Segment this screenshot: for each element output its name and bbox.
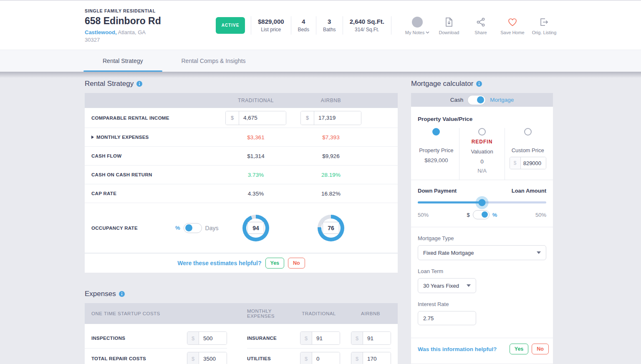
- info-icon[interactable]: [136, 81, 142, 87]
- stat-beds: 4 Beds: [291, 18, 316, 33]
- airbnb-occupancy-donut: [318, 215, 344, 241]
- option-property-price: Property Price $829,000: [414, 128, 459, 180]
- interest-rate-field: Interest Rate: [411, 301, 553, 325]
- utilities-traditional-input-group: $: [300, 352, 340, 364]
- table-row-cash-flow: CASH FLOW $1,314 $9,926: [85, 147, 398, 166]
- mortgage-label[interactable]: Mortgage: [490, 97, 514, 103]
- feedback-no-button[interactable]: No: [532, 344, 549, 354]
- custom-price-input[interactable]: [521, 157, 546, 169]
- feedback-yes-button[interactable]: Yes: [510, 344, 529, 354]
- table-row-monthly-expenses[interactable]: MONTHLY EXPENSES $3,361 $7,393: [85, 128, 398, 147]
- down-payment-slider[interactable]: [418, 201, 546, 203]
- down-payment-percent: 50%: [418, 212, 429, 218]
- table-row-occupancy-rate: OCCUPANCY RATE % Days: [85, 203, 398, 253]
- feedback-yes-button[interactable]: Yes: [265, 258, 285, 269]
- property-analysis-page: SINGLE FAMILY RESIDENTIAL 658 Edinboro R…: [0, 0, 641, 364]
- airbnb-income-input-group: $: [300, 111, 361, 125]
- utilities-airbnb-input[interactable]: [363, 352, 391, 364]
- property-price-radio[interactable]: [432, 128, 440, 136]
- loan-amount-percent: 50%: [535, 212, 546, 218]
- dollar-percent-toggle[interactable]: [473, 210, 490, 219]
- divider: [411, 227, 553, 227]
- toggle-knob: [185, 224, 192, 231]
- insurance-traditional-input[interactable]: [312, 332, 340, 344]
- expense-row-repair-costs: TOTAL REPAIR COSTS $: [85, 349, 227, 364]
- cash-mortgage-toggle[interactable]: [467, 95, 486, 105]
- download-button[interactable]: Download: [433, 16, 465, 35]
- tab-rental-strategy[interactable]: Rental Strategy: [83, 50, 162, 72]
- redfin-valuation-radio[interactable]: [478, 128, 486, 136]
- city-state: Atlanta, GA: [118, 29, 145, 35]
- custom-price-radio[interactable]: [524, 128, 532, 136]
- traditional-income-input-group: $: [225, 111, 286, 125]
- property-header: SINGLE FAMILY RESIDENTIAL 658 Edinboro R…: [0, 0, 641, 50]
- tab-rental-comps[interactable]: Rental Comps & Insights: [162, 50, 265, 72]
- expense-row-inspections: INSPECTIONS $: [85, 328, 227, 349]
- startup-costs-section: INSPECTIONS $ TOTAL REPAIR COSTS $: [85, 328, 227, 364]
- orig-listing-button[interactable]: Orig. Listing: [528, 16, 560, 35]
- expense-row-utilities: UTILITIES $ $: [247, 349, 391, 364]
- down-payment-slider-wrap: [411, 201, 553, 203]
- share-button[interactable]: Share: [465, 16, 497, 35]
- traditional-income-input[interactable]: [239, 111, 286, 125]
- property-location: Castlewood, Atlanta, GA: [85, 29, 210, 35]
- feedback-question: Was this information helpful?: [418, 346, 506, 352]
- occupancy-unit-toggle[interactable]: [184, 223, 202, 233]
- content-area: Rental Strategy TRADITIONAL AIRBNB COMPA…: [0, 72, 641, 364]
- external-link-icon: [539, 18, 549, 27]
- property-type: SINGLE FAMILY RESIDENTIAL: [85, 8, 210, 13]
- mortgage-calculator-column: Mortgage calculator Cash Mortgage Proper…: [411, 78, 553, 364]
- inspections-input[interactable]: [199, 332, 227, 344]
- cash-label[interactable]: Cash: [450, 97, 464, 103]
- stat-list-price: $829,000 List price: [251, 18, 291, 33]
- toggle-knob: [482, 211, 488, 218]
- info-icon[interactable]: [119, 291, 125, 297]
- tab-bar: Rental Strategy Rental Comps & Insights: [0, 50, 641, 72]
- dollar-percent-toggle-group: $ %: [467, 210, 497, 219]
- dollar-unit-label[interactable]: $: [467, 212, 470, 218]
- feedback-no-button[interactable]: No: [288, 258, 305, 269]
- mortgage-type-label: Mortgage Type: [418, 235, 546, 241]
- airbnb-occupancy-input[interactable]: [323, 222, 339, 234]
- traditional-occupancy-donut: [242, 215, 269, 241]
- slider-handle[interactable]: [479, 199, 486, 206]
- interest-rate-input[interactable]: [418, 311, 476, 325]
- mortgage-type-select[interactable]: Fixed Rate Mortgage: [418, 245, 546, 260]
- loan-term-label: Loan Term: [418, 268, 546, 274]
- loan-term-select[interactable]: 30 Years Fixed: [418, 278, 476, 293]
- chevron-down-icon: [467, 284, 471, 287]
- header-actions: My Notes Download: [401, 16, 560, 35]
- neighborhood-link[interactable]: Castlewood,: [85, 29, 117, 35]
- info-icon[interactable]: [476, 81, 482, 87]
- traditional-occupancy-input[interactable]: [247, 222, 264, 234]
- status-badge: ACTIVE: [216, 17, 245, 34]
- days-unit-label[interactable]: Days: [205, 225, 219, 231]
- column-airbnb: AIRBNB: [350, 311, 391, 316]
- utilities-traditional-input[interactable]: [312, 352, 340, 364]
- expenses-table: ONE TIME STARTUP COSTS MONTHLY EXPENSES …: [85, 303, 398, 364]
- mortgage-calculator-card: Cash Mortgage Property Value/Price Prope…: [411, 93, 553, 364]
- inspections-input-group: $: [187, 331, 227, 345]
- monthly-expenses-header: MONTHLY EXPENSES: [247, 309, 298, 319]
- rental-strategy-title: Rental Strategy: [85, 78, 398, 89]
- my-notes-button[interactable]: My Notes: [401, 16, 433, 35]
- column-traditional: TRADITIONAL: [218, 98, 293, 103]
- estimates-feedback: Were these estimates helpful? Yes No: [85, 253, 398, 273]
- table-row-cash-on-cash: CASH ON CASH RETURN 3.73% 28.19%: [85, 166, 398, 184]
- airbnb-income-input[interactable]: [314, 111, 361, 125]
- currency-prefix: $: [301, 111, 314, 125]
- expenses-table-header: ONE TIME STARTUP COSTS MONTHLY EXPENSES …: [85, 303, 398, 324]
- stat-baths: 3 Baths: [316, 18, 343, 33]
- repair-costs-input[interactable]: [199, 352, 227, 364]
- column-traditional: TRADITIONAL: [298, 311, 339, 316]
- insurance-airbnb-input[interactable]: [363, 332, 391, 344]
- chevron-down-icon: [426, 31, 429, 34]
- expand-caret-icon[interactable]: [91, 136, 94, 139]
- custom-price-input-group: $: [510, 157, 546, 169]
- save-home-button[interactable]: Save Home: [497, 16, 528, 35]
- insurance-airbnb-input-group: $: [351, 331, 391, 345]
- percent-unit-label[interactable]: %: [492, 212, 497, 218]
- percent-unit-label[interactable]: %: [175, 225, 180, 231]
- property-value-options: Property Price $829,000 REDFIN Valuation…: [411, 128, 553, 180]
- currency-prefix: $: [226, 111, 239, 125]
